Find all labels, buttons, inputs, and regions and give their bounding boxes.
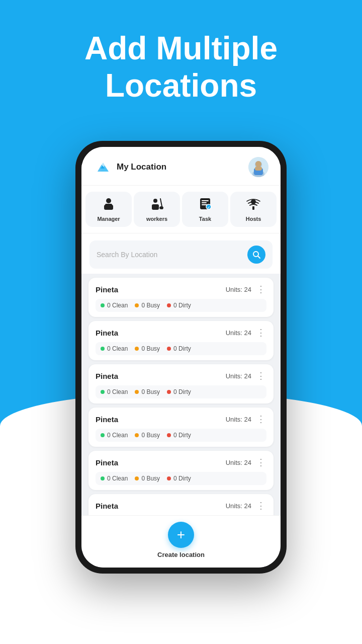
location-name: Pineta — [96, 502, 118, 510]
dirty-count: 0 Dirty — [173, 345, 191, 352]
svg-point-8 — [255, 161, 261, 167]
hosts-icon — [246, 197, 261, 213]
busy-count: 0 Busy — [141, 302, 160, 309]
bottom-create-area: + Create location — [81, 515, 281, 568]
dirty-stat: 0 Dirty — [167, 302, 191, 309]
clean-dot — [101, 433, 105, 437]
busy-count: 0 Busy — [141, 475, 160, 482]
card-stats: 0 Clean 0 Busy 0 Dirty — [96, 429, 266, 442]
create-location-label: Create location — [157, 551, 205, 558]
busy-count: 0 Busy — [141, 432, 160, 439]
card-right: Units: 24 ⋮ — [226, 327, 266, 338]
card-stats: 0 Clean 0 Busy 0 Dirty — [96, 342, 266, 355]
clean-count: 0 Clean — [107, 302, 128, 309]
nav-item-workers[interactable]: workers — [134, 192, 180, 227]
svg-rect-19 — [202, 200, 209, 201]
clean-count: 0 Clean — [107, 345, 128, 352]
clean-count: 0 Clean — [107, 475, 128, 482]
location-menu-button[interactable]: ⋮ — [255, 500, 266, 511]
manager-icon — [101, 197, 116, 213]
clean-stat: 0 Clean — [101, 345, 128, 352]
create-location-button[interactable]: + — [168, 522, 194, 548]
dirty-stat: 0 Dirty — [167, 432, 191, 439]
phone-outer-shell: My Location — [75, 141, 287, 574]
location-card[interactable]: Pineta Units: 24 ⋮ 0 Clean 0 Busy 0 Dirt — [88, 278, 274, 317]
nav-item-hosts[interactable]: Hosts — [230, 192, 277, 227]
location-menu-button[interactable]: ⋮ — [255, 457, 266, 468]
clean-dot — [101, 347, 105, 351]
search-button[interactable] — [247, 246, 265, 264]
busy-stat: 0 Busy — [135, 345, 160, 352]
location-name: Pineta — [96, 372, 118, 380]
busy-dot — [135, 390, 139, 394]
location-units: Units: 24 — [226, 416, 251, 423]
card-stats: 0 Clean 0 Busy 0 Dirty — [96, 385, 266, 398]
svg-point-17 — [159, 206, 163, 209]
location-menu-button[interactable]: ⋮ — [255, 414, 266, 425]
location-units: Units: 24 — [226, 372, 251, 380]
svg-rect-10 — [255, 167, 262, 171]
busy-stat: 0 Busy — [135, 388, 160, 395]
svg-text:✓: ✓ — [207, 206, 210, 209]
dirty-dot — [167, 390, 171, 394]
card-right: Units: 24 ⋮ — [226, 414, 266, 425]
card-right: Units: 24 ⋮ — [226, 457, 266, 468]
location-list: Pineta Units: 24 ⋮ 0 Clean 0 Busy 0 Dirt — [81, 274, 281, 515]
svg-rect-25 — [252, 206, 254, 210]
location-units: Units: 24 — [226, 329, 251, 337]
clean-stat: 0 Clean — [101, 475, 128, 482]
svg-rect-20 — [202, 202, 207, 203]
search-placeholder: Search By Location — [97, 251, 242, 259]
dirty-count: 0 Dirty — [173, 475, 191, 482]
dirty-dot — [167, 476, 171, 480]
dirty-stat: 0 Dirty — [167, 475, 191, 482]
manager-label: Manager — [97, 216, 120, 222]
busy-count: 0 Busy — [141, 345, 160, 352]
clean-dot — [101, 476, 105, 480]
quick-nav: Manager workers — [81, 186, 281, 233]
location-card[interactable]: Pineta Units: 24 ⋮ 0 Clean 0 Busy 0 Dirt — [88, 451, 274, 490]
location-card[interactable]: Pineta Units: 24 ⋮ 0 Clean 0 Busy 0 Dirt — [88, 408, 274, 447]
location-card[interactable]: Pineta Units: 24 ⋮ 0 Clean 0 Busy 0 Dirt — [88, 494, 274, 515]
clean-dot — [101, 390, 105, 394]
hosts-label: Hosts — [246, 216, 261, 222]
clean-stat: 0 Clean — [101, 432, 128, 439]
location-card[interactable]: Pineta Units: 24 ⋮ 0 Clean 0 Busy 0 Dirt — [88, 321, 274, 360]
phone-screen: My Location — [81, 147, 281, 568]
workers-icon — [149, 197, 164, 213]
busy-dot — [135, 433, 139, 437]
hero-title-line2: Locations — [105, 67, 257, 104]
clean-count: 0 Clean — [107, 388, 128, 395]
svg-point-11 — [106, 198, 111, 203]
card-right: Units: 24 ⋮ — [226, 370, 266, 381]
busy-dot — [135, 303, 139, 307]
search-wrapper: Search By Location — [81, 233, 281, 274]
location-card[interactable]: Pineta Units: 24 ⋮ 0 Clean 0 Busy 0 Dirt — [88, 364, 274, 404]
clean-dot — [101, 303, 105, 307]
workers-label: workers — [146, 216, 167, 222]
user-avatar[interactable] — [248, 157, 268, 177]
dirty-dot — [167, 433, 171, 437]
dirty-dot — [167, 347, 171, 351]
nav-item-task[interactable]: ✓ Task — [182, 192, 228, 227]
busy-stat: 0 Busy — [135, 302, 160, 309]
location-name: Pineta — [96, 329, 118, 337]
location-name: Pineta — [96, 285, 118, 294]
location-name: Pineta — [96, 415, 118, 424]
clean-stat: 0 Clean — [101, 302, 128, 309]
card-right: Units: 24 ⋮ — [226, 284, 266, 295]
location-menu-button[interactable]: ⋮ — [255, 327, 266, 338]
nav-item-manager[interactable]: Manager — [85, 192, 132, 227]
clean-count: 0 Clean — [107, 432, 128, 439]
location-menu-button[interactable]: ⋮ — [255, 284, 266, 295]
search-bar[interactable]: Search By Location — [89, 240, 273, 269]
location-menu-button[interactable]: ⋮ — [255, 370, 266, 381]
svg-rect-15 — [152, 204, 159, 210]
dirty-count: 0 Dirty — [173, 302, 191, 309]
task-icon: ✓ — [198, 197, 213, 213]
location-units: Units: 24 — [226, 459, 251, 466]
app-title: My Location — [117, 162, 166, 172]
phone-mockup: My Location — [75, 141, 287, 574]
hero-title-line1: Add Multiple — [84, 30, 278, 66]
card-stats: 0 Clean 0 Busy 0 Dirty — [96, 299, 266, 312]
